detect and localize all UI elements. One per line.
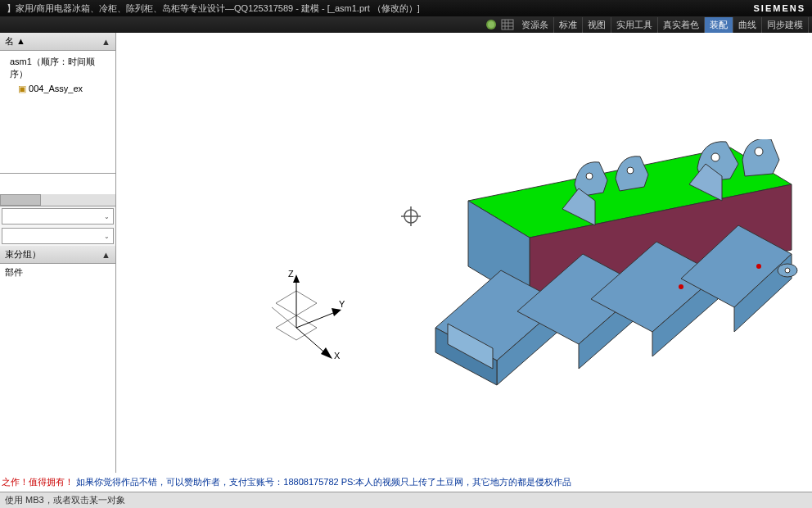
- collapse-icon[interactable]: ▲: [102, 37, 111, 47]
- scroll-thumb[interactable]: [0, 194, 41, 206]
- 3d-viewport[interactable]: Z Y X: [116, 33, 812, 492]
- title-bar: 】家用/商用电器冰箱、冷柜、陈列柜、岛柜等专业设计—QQ125317589 - …: [0, 0, 812, 16]
- chevron-down-icon: ⌄: [104, 233, 110, 240]
- svg-point-35: [756, 264, 761, 269]
- svg-marker-10: [332, 308, 341, 316]
- collapse-icon[interactable]: ▲: [102, 250, 111, 260]
- footer-red-text: 之作！值得拥有！: [2, 477, 74, 487]
- 3d-model[interactable]: [419, 139, 808, 410]
- panel2-item-parts[interactable]: 部件: [0, 264, 115, 281]
- window-title: 】家用/商用电器冰箱、冷柜、陈列柜、岛柜等专业设计—QQ125317589 - …: [7, 2, 420, 15]
- svg-point-36: [586, 173, 593, 179]
- nx-logo-icon[interactable]: [484, 18, 498, 31]
- panel2-title: 束分组）: [5, 248, 41, 261]
- tree-root[interactable]: asm1（顺序：时间顺序）: [3, 54, 112, 82]
- h-scrollbar[interactable]: [0, 194, 115, 206]
- assembly-tree: asm1（顺序：时间顺序） ▣ 004_Assy_ex: [0, 51, 115, 174]
- svg-rect-1: [502, 20, 513, 29]
- tab-resource-bar[interactable]: 资源条: [517, 17, 554, 33]
- svg-point-43: [785, 268, 790, 273]
- view-cursor-icon: [401, 206, 421, 226]
- svg-point-37: [627, 167, 634, 174]
- coordinate-system: Z Y X: [264, 262, 362, 361]
- brand-logo: SIEMENS: [753, 3, 805, 13]
- part-icon: ▣: [18, 84, 26, 93]
- svg-text:Z: Z: [288, 269, 294, 279]
- svg-line-9: [296, 311, 337, 328]
- svg-text:X: X: [334, 351, 341, 361]
- svg-point-39: [755, 147, 763, 156]
- svg-point-32: [679, 284, 683, 289]
- panel2-body: 部件: [0, 264, 115, 492]
- tab-standard[interactable]: 标准: [554, 17, 583, 33]
- svg-marker-7: [293, 274, 300, 283]
- svg-text:Y: Y: [339, 299, 345, 309]
- chevron-down-icon: ⌄: [104, 213, 110, 220]
- ribbon-toolbar: 资源条 标准 视图 实用工具 真实着色 装配 曲线 同步建模: [0, 16, 812, 33]
- panel2-header[interactable]: 束分组） ▲: [0, 246, 115, 264]
- svg-marker-13: [321, 347, 332, 359]
- tab-assembly[interactable]: 装配: [705, 17, 733, 33]
- status-bar: 使用 MB3，或者双击某一对象: [0, 492, 812, 508]
- tab-utilities[interactable]: 实用工具: [611, 17, 658, 33]
- panel1-title: 名 ▲: [5, 35, 25, 48]
- scroll-area: [0, 174, 115, 206]
- footer-message: 之作！值得拥有！ 如果你觉得作品不错，可以赞助作者，支付宝账号：18808175…: [0, 473, 812, 492]
- main-area: 名 ▲ ▲ asm1（顺序：时间顺序） ▣ 004_Assy_ex ⌄ ⌄ 束分…: [0, 33, 812, 492]
- tree-child-1[interactable]: ▣ 004_Assy_ex: [3, 82, 112, 96]
- tab-sync-modeling[interactable]: 同步建模: [762, 17, 809, 33]
- svg-point-38: [711, 153, 720, 161]
- footer: 之作！值得拥有！ 如果你觉得作品不错，可以赞助作者，支付宝账号：18808175…: [0, 473, 812, 508]
- navigator-sidebar: 名 ▲ ▲ asm1（顺序：时间顺序） ▣ 004_Assy_ex ⌄ ⌄ 束分…: [0, 33, 116, 492]
- tab-view[interactable]: 视图: [583, 17, 611, 33]
- tab-curve[interactable]: 曲线: [733, 17, 762, 33]
- filter-dropdown-2[interactable]: ⌄: [2, 228, 114, 244]
- grid-icon[interactable]: [500, 18, 515, 31]
- tab-realshade[interactable]: 真实着色: [658, 17, 705, 33]
- panel1-header[interactable]: 名 ▲ ▲: [0, 33, 115, 51]
- filter-dropdown-1[interactable]: ⌄: [2, 208, 114, 225]
- footer-blue-text: 如果你觉得作品不错，可以赞助作者，支付宝账号：18808175782 PS:本人…: [76, 477, 571, 487]
